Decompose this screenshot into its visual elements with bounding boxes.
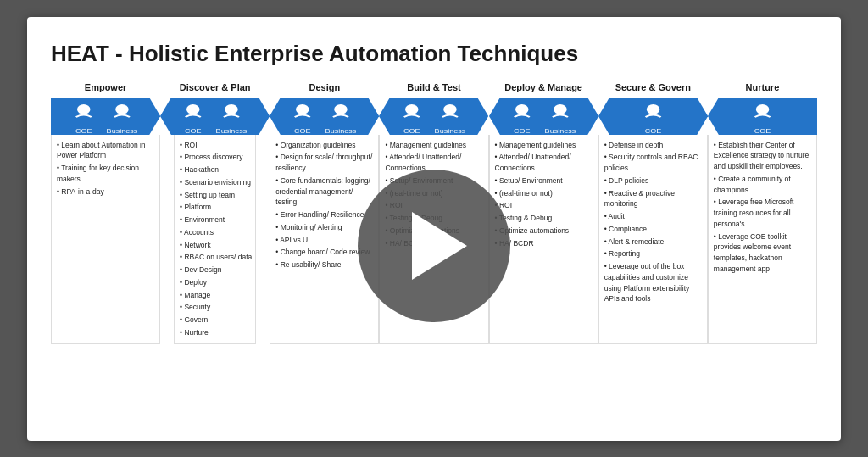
list-item: ROI xyxy=(495,200,594,211)
phase-label-design: Design xyxy=(309,82,341,92)
play-icon xyxy=(412,212,467,280)
phase-arrow-nurture: COE xyxy=(708,98,817,135)
slide-title: HEAT - Holistic Enterprise Automation Te… xyxy=(51,41,817,67)
svg-marker-20 xyxy=(489,98,598,135)
phase-arrow-deploy-manage: COEBusiness xyxy=(489,98,598,135)
list-item: Deploy xyxy=(180,277,252,288)
svg-point-29 xyxy=(756,104,769,114)
phase-deploy-manage: Deploy & ManageCOEBusinessManagement gui… xyxy=(489,82,598,344)
svg-point-1 xyxy=(77,104,90,114)
phase-content-empower: Learn about Automation in Power Platform… xyxy=(51,135,160,344)
list-item: RPA-in-a-day xyxy=(57,187,156,198)
list-item: Hackathon xyxy=(180,164,252,176)
svg-text:Business: Business xyxy=(216,127,248,134)
list-item: DLP policies xyxy=(604,176,704,187)
svg-text:Business: Business xyxy=(435,127,466,134)
list-item: Setting up team xyxy=(180,190,252,201)
list-item: Leverage out of the box capabilities and… xyxy=(604,261,704,304)
list-item: Management guidelines xyxy=(495,140,594,151)
svg-point-6 xyxy=(186,104,199,114)
phase-arrow-empower: COEBusiness xyxy=(51,98,160,135)
list-item: Learn about Automation in Power Platform xyxy=(57,140,156,162)
slide-container: HEAT - Holistic Enterprise Automation Te… xyxy=(27,17,841,441)
list-item: Environment xyxy=(180,215,252,226)
list-item: Organization guidelines xyxy=(275,140,375,151)
list-item: Setup/ Environment xyxy=(495,176,594,187)
svg-text:COE: COE xyxy=(75,127,92,134)
video-play-button[interactable] xyxy=(358,170,510,322)
phase-label-build-test: Build & Test xyxy=(407,82,460,92)
svg-point-21 xyxy=(515,104,528,114)
svg-text:Business: Business xyxy=(107,127,138,134)
svg-point-3 xyxy=(115,104,128,114)
list-item: Process discovery xyxy=(180,152,252,163)
phase-empower: EmpowerCOEBusinessLearn about Automation… xyxy=(51,82,160,344)
svg-point-8 xyxy=(225,104,237,114)
list-item: Leverage free Microsoft training resourc… xyxy=(714,197,813,229)
phase-arrow-secure-govern: COE xyxy=(598,98,708,135)
list-item: Design for scale/ throughput/ resiliency xyxy=(275,152,375,174)
list-item: Audit xyxy=(604,211,704,222)
phase-arrow-discover-plan: COEBusiness xyxy=(160,98,270,135)
svg-text:COE: COE xyxy=(403,127,420,134)
svg-text:COE: COE xyxy=(754,127,771,134)
svg-text:COE: COE xyxy=(644,127,661,134)
list-item: Platform xyxy=(180,202,252,213)
list-item: Training for key decision makers xyxy=(57,163,156,185)
phase-secure-govern: Secure & GovernCOEDefense in depthSecuri… xyxy=(598,82,708,344)
list-item: Establish their Center of Excellence str… xyxy=(714,140,813,172)
svg-marker-15 xyxy=(379,98,488,135)
list-item: Management guidelines xyxy=(385,140,484,151)
phase-label-empower: Empower xyxy=(85,82,127,92)
list-item: Defense in depth xyxy=(604,140,704,151)
svg-point-16 xyxy=(405,104,418,114)
svg-text:Business: Business xyxy=(544,127,576,134)
phase-label-secure-govern: Secure & Govern xyxy=(615,82,691,92)
svg-point-11 xyxy=(296,104,309,114)
phase-label-nurture: Nurture xyxy=(746,82,780,92)
list-item: Alert & remediate xyxy=(604,237,704,248)
phase-label-deploy-manage: Deploy & Manage xyxy=(504,82,582,92)
phase-content-nurture: Establish their Center of Excellence str… xyxy=(708,135,817,344)
svg-marker-5 xyxy=(160,98,270,135)
phase-design: DesignCOEBusinessOrganization guidelines… xyxy=(270,82,379,344)
list-item: Testing & Debug xyxy=(495,213,594,224)
svg-text:COE: COE xyxy=(514,127,531,134)
svg-point-13 xyxy=(334,104,347,114)
phase-label-discover-plan: Discover & Plan xyxy=(180,82,251,92)
phase-content-secure-govern: Defense in depthSecurity controls and RB… xyxy=(598,135,708,344)
list-item: Error Handling/ Resilience xyxy=(275,209,375,220)
list-item: Scenario envisioning xyxy=(180,177,252,188)
svg-marker-10 xyxy=(270,98,379,135)
list-item: Security xyxy=(180,302,252,313)
phase-discover-plan: Discover & PlanCOEBusinessROIProcess dis… xyxy=(160,82,270,344)
svg-point-26 xyxy=(647,104,659,114)
svg-text:COE: COE xyxy=(185,127,202,134)
phase-arrow-build-test: COEBusiness xyxy=(379,98,488,135)
list-item: Compliance xyxy=(604,224,704,235)
svg-marker-0 xyxy=(51,98,160,135)
list-item: Reporting xyxy=(604,248,704,259)
list-item: Govern xyxy=(180,315,252,326)
list-item: Core fundamentals: logging/ credential m… xyxy=(275,176,375,208)
phase-nurture: NurtureCOEEstablish their Center of Exce… xyxy=(708,82,817,344)
list-item: (real-time or not) xyxy=(495,188,594,199)
list-item: ROI xyxy=(180,140,252,151)
svg-text:Business: Business xyxy=(326,127,357,134)
list-item: Network xyxy=(180,240,252,251)
list-item: Reactive & proactive monitoring xyxy=(604,188,704,210)
phase-content-discover-plan: ROIProcess discoveryHackathonScenario en… xyxy=(174,135,256,344)
list-item: Nurture xyxy=(180,327,252,338)
list-item: Security controls and RBAC policies xyxy=(604,152,704,174)
list-item: Leverage COE toolkit provides welcome ev… xyxy=(714,231,813,275)
list-item: Create a community of champions xyxy=(714,174,813,196)
list-item: Dev Design xyxy=(180,265,252,276)
svg-point-23 xyxy=(554,104,566,114)
svg-text:COE: COE xyxy=(294,127,311,134)
list-item: Attended/ Unattended/ Connections xyxy=(495,152,594,174)
list-item: Manage xyxy=(180,290,252,301)
phase-arrow-design: COEBusiness xyxy=(270,98,379,135)
list-item: Accounts xyxy=(180,227,252,238)
list-item: RBAC on users/ data xyxy=(180,252,252,263)
svg-point-18 xyxy=(444,104,457,114)
